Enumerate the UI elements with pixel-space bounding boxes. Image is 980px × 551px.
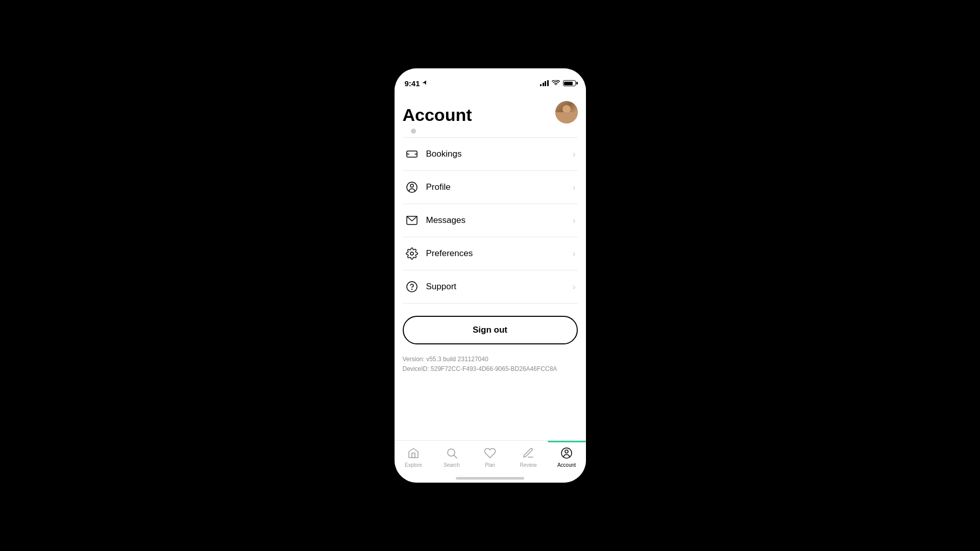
explore-tab-icon (406, 446, 421, 460)
preferences-icon (405, 246, 419, 261)
svg-line-10 (454, 456, 457, 459)
preferences-chevron: › (573, 248, 576, 259)
ticket-icon (405, 147, 419, 161)
status-bar: 9:41 (395, 68, 586, 91)
explore-tab-label: Explore (405, 462, 422, 468)
signout-container: Sign out (403, 304, 578, 353)
signal-bars-icon (540, 80, 549, 86)
tab-review[interactable]: Review (509, 445, 548, 468)
tab-account[interactable]: Account (548, 445, 586, 468)
account-tab-icon (559, 446, 574, 460)
status-time: 9:41 (405, 79, 427, 88)
menu-item-support[interactable]: Support › (403, 270, 578, 304)
bookings-chevron: › (573, 149, 576, 160)
messages-chevron: › (573, 215, 576, 226)
device-id-text: DeviceID: 529F72CC-F493-4D66-9065-BD26A4… (403, 364, 578, 374)
version-text: Version: v55.3 build 231127040 (403, 355, 578, 364)
menu-item-preferences[interactable]: Preferences › (403, 237, 578, 270)
home-indicator (456, 477, 524, 480)
time-label: 9:41 (405, 79, 420, 88)
page-title: Account (403, 105, 472, 125)
main-content: Account Bookings › (395, 91, 586, 440)
tab-plan[interactable]: Plan (471, 445, 509, 468)
svg-point-6 (410, 252, 413, 255)
bookings-label: Bookings (426, 149, 573, 159)
tab-active-indicator (548, 441, 586, 442)
preferences-label: Preferences (426, 248, 573, 259)
plan-tab-icon (483, 446, 497, 460)
menu-item-bookings[interactable]: Bookings › (403, 138, 578, 171)
location-arrow-icon (422, 80, 427, 86)
account-tab-label: Account (557, 462, 576, 468)
search-tab-label: Search (444, 462, 460, 468)
profile-chevron: › (573, 182, 576, 193)
support-icon (405, 280, 419, 294)
menu-item-messages[interactable]: Messages › (403, 204, 578, 237)
status-icons (540, 80, 576, 86)
svg-point-4 (410, 184, 413, 187)
svg-point-12 (565, 450, 568, 453)
tab-bar: Explore Search Plan (395, 440, 586, 483)
messages-label: Messages (426, 215, 573, 226)
page-header: Account (403, 91, 578, 137)
review-tab-icon (521, 446, 535, 460)
avatar[interactable] (555, 101, 578, 123)
version-info: Version: v55.3 build 231127040 DeviceID:… (403, 353, 578, 384)
plan-tab-label: Plan (485, 462, 495, 468)
header-dot (411, 129, 416, 134)
menu-list: Bookings › Profile › (403, 137, 578, 304)
profile-label: Profile (426, 182, 573, 192)
battery-icon (563, 80, 576, 86)
menu-item-profile[interactable]: Profile › (403, 171, 578, 204)
signout-button[interactable]: Sign out (403, 316, 578, 344)
search-tab-icon (445, 446, 459, 460)
profile-icon (405, 180, 419, 194)
messages-icon (405, 213, 419, 228)
tab-search[interactable]: Search (433, 445, 471, 468)
svg-point-7 (407, 282, 417, 292)
tab-explore[interactable]: Explore (395, 445, 433, 468)
review-tab-label: Review (520, 462, 537, 468)
svg-point-9 (448, 449, 455, 456)
support-chevron: › (573, 282, 576, 292)
support-label: Support (426, 282, 573, 292)
wifi-icon (552, 80, 560, 86)
phone-frame: 9:41 (395, 68, 586, 483)
